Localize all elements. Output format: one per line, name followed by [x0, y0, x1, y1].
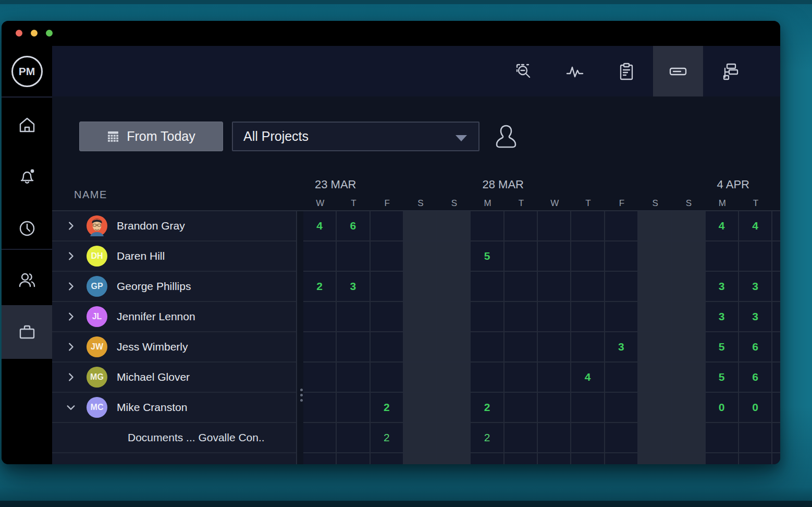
workload-cell[interactable]	[672, 272, 705, 301]
toolbar-select-zoom-button[interactable]	[499, 46, 549, 96]
workload-cell[interactable]	[538, 302, 571, 331]
workload-cell[interactable]	[672, 363, 705, 392]
workload-cell[interactable]	[404, 423, 437, 452]
workload-cell[interactable]: 6	[739, 332, 772, 361]
workload-cell[interactable]	[337, 363, 370, 392]
workload-cell[interactable]	[303, 423, 337, 452]
workload-cell[interactable]	[638, 211, 672, 240]
zoom-window-button[interactable]	[46, 30, 53, 37]
workload-cell[interactable]	[437, 423, 471, 452]
workload-cell[interactable]	[404, 393, 437, 422]
workload-cell[interactable]	[672, 302, 705, 331]
workload-cell[interactable]	[437, 302, 471, 331]
workload-cell[interactable]	[505, 423, 538, 452]
workload-cell[interactable]: 0	[706, 393, 739, 422]
workload-cell[interactable]	[505, 272, 538, 301]
workload-cell[interactable]	[471, 332, 504, 361]
workload-cell[interactable]: 2	[471, 393, 504, 422]
workload-cell[interactable]: 2	[371, 423, 404, 452]
chevron-right-icon[interactable]	[66, 311, 76, 322]
workload-cell[interactable]	[571, 453, 605, 464]
workload-cell[interactable]	[571, 211, 605, 240]
workload-cell[interactable]: 3	[739, 272, 772, 301]
chevron-down-icon[interactable]	[66, 402, 76, 413]
workload-cell[interactable]	[672, 332, 705, 361]
chevron-right-icon[interactable]	[66, 342, 76, 352]
member-row[interactable]: JLJennifer Lennon	[52, 302, 296, 332]
workload-cell[interactable]	[571, 302, 605, 331]
workload-cell[interactable]	[605, 242, 638, 271]
projects-dropdown[interactable]: All Projects	[232, 122, 479, 151]
workload-cell[interactable]	[437, 211, 471, 240]
workload-cell[interactable]	[538, 453, 571, 464]
member-row[interactable]: JWJess Wimberly	[52, 332, 296, 363]
workload-cell[interactable]	[437, 393, 471, 422]
workload-cell[interactable]: 4	[739, 211, 772, 240]
minimize-window-button[interactable]	[31, 30, 38, 37]
workload-cell[interactable]	[505, 211, 538, 240]
workload-cell[interactable]	[505, 332, 538, 361]
workload-cell[interactable]	[706, 423, 739, 452]
workload-cell[interactable]: 5	[706, 363, 739, 392]
workload-cell[interactable]	[605, 302, 638, 331]
workload-cell[interactable]	[638, 423, 672, 452]
workload-cell[interactable]: 0	[739, 393, 772, 422]
workload-cell[interactable]	[739, 453, 772, 464]
workload-cell[interactable]	[303, 242, 337, 271]
sidebar-item-time[interactable]	[2, 214, 52, 243]
assignee-filter-button[interactable]	[493, 123, 520, 151]
workload-cell[interactable]	[371, 302, 404, 331]
workload-cell[interactable]	[605, 211, 638, 240]
workload-cell[interactable]	[672, 393, 705, 422]
sidebar-item-notifications[interactable]	[2, 162, 52, 191]
workload-cell[interactable]	[638, 272, 672, 301]
workload-cell[interactable]	[672, 242, 705, 271]
workload-cell[interactable]	[538, 423, 571, 452]
workload-cell[interactable]: 3	[706, 272, 739, 301]
workload-cell[interactable]	[471, 272, 504, 301]
workload-cell[interactable]: 2	[303, 272, 337, 301]
workload-cell[interactable]	[404, 302, 437, 331]
workload-cell[interactable]	[672, 453, 705, 464]
workload-cell[interactable]	[706, 242, 739, 271]
workload-cell[interactable]	[471, 211, 504, 240]
workload-cell[interactable]	[303, 453, 337, 464]
workload-cell[interactable]	[571, 272, 605, 301]
toolbar-activity-button[interactable]	[550, 46, 600, 96]
task-row[interactable]: Documents ... Govalle Con..	[52, 423, 296, 453]
workload-cell[interactable]: 3	[706, 302, 739, 331]
workload-cell[interactable]	[505, 242, 538, 271]
workload-cell[interactable]	[638, 453, 672, 464]
chevron-right-icon[interactable]	[66, 221, 76, 231]
workload-cell[interactable]	[538, 332, 571, 361]
workload-cell[interactable]	[638, 332, 672, 361]
workload-cell[interactable]	[739, 423, 772, 452]
workload-cell[interactable]	[371, 242, 404, 271]
workload-cell[interactable]	[672, 211, 705, 240]
workload-cell[interactable]	[404, 211, 437, 240]
workload-cell[interactable]	[437, 242, 471, 271]
chevron-right-icon[interactable]	[66, 281, 76, 292]
workload-cell[interactable]	[605, 363, 638, 392]
workload-cell[interactable]: 6	[337, 211, 370, 240]
workload-cell[interactable]	[505, 393, 538, 422]
chevron-right-icon[interactable]	[66, 372, 76, 382]
workload-cell[interactable]	[303, 302, 337, 331]
workload-cell[interactable]	[471, 453, 504, 464]
workload-cell[interactable]	[739, 242, 772, 271]
workload-cell[interactable]	[337, 302, 370, 331]
workload-cell[interactable]	[404, 272, 437, 301]
workload-cell[interactable]	[538, 393, 571, 422]
workload-cell[interactable]	[638, 242, 672, 271]
workload-cell[interactable]	[538, 211, 571, 240]
sidebar-item-home[interactable]	[2, 111, 52, 140]
workload-cell[interactable]: 6	[739, 363, 772, 392]
from-today-button[interactable]: From Today	[79, 122, 223, 151]
workload-cell[interactable]	[538, 242, 571, 271]
workload-cell[interactable]	[638, 393, 672, 422]
workload-cell[interactable]	[605, 272, 638, 301]
workload-cell[interactable]	[471, 363, 504, 392]
member-row[interactable]: DHDaren Hill	[52, 242, 296, 272]
workload-cell[interactable]	[437, 453, 471, 464]
workload-cell[interactable]	[571, 242, 605, 271]
